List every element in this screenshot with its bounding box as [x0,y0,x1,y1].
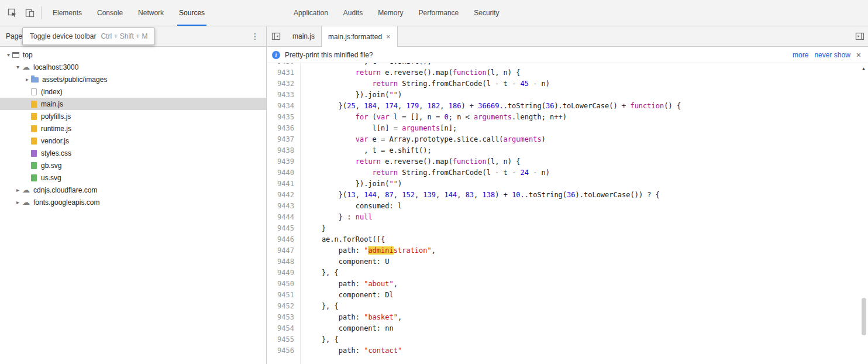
code-text: l[n] = arguments[n]; [300,123,457,134]
tree-item-runtime-js[interactable]: runtime.js [0,122,266,135]
tree-item-label: localhost:3000 [33,63,78,71]
toggle-device-toolbar-button[interactable] [22,5,37,20]
tree-item-cdnjs-cloudflare-com[interactable]: ▸☁cdnjs.cloudflare.com [0,184,266,196]
line-number[interactable]: 9441 [267,178,300,190]
cloud-icon: ☁ [22,63,30,71]
main-tab-elements[interactable]: Elements [45,0,89,26]
main-tab-application[interactable]: Application [286,0,336,26]
main-tab-console[interactable]: Console [89,0,130,26]
tree-item-fonts-googleapis-com[interactable]: ▸☁fonts.googleapis.com [0,196,266,208]
code-line: 9430 , t = e.shift(); [267,63,868,67]
line-number[interactable]: 9444 [267,212,300,223]
tree-item-label: main.js [41,100,63,108]
line-number[interactable]: 9432 [267,78,300,90]
main-tab-sources[interactable]: Sources [171,0,212,26]
editor-tab-main-js-formatted[interactable]: main.js:formatted× [321,26,398,47]
line-number[interactable]: 9430 [267,63,300,67]
editor-scrollbar[interactable]: ▲ [859,63,868,364]
expander-icon[interactable]: ▸ [14,187,22,193]
line-number[interactable]: 9446 [267,234,300,245]
code-text: consumed: l [300,201,402,212]
code-line: 9441 }).join("") [267,178,868,190]
line-number[interactable]: 9455 [267,334,300,345]
tree-item-index[interactable]: (index) [0,85,266,98]
main-tab-audits[interactable]: Audits [336,0,370,26]
tree-item-polyfills-js[interactable]: polyfills.js [0,110,266,122]
close-infobar-icon[interactable]: × [856,50,861,60]
line-number[interactable]: 9454 [267,323,300,334]
file-img-icon [31,174,37,181]
tree-item-gb-svg[interactable]: gb.svg [0,159,266,171]
code-text: } [300,223,326,234]
toolbar-icons [0,5,37,20]
expander-icon[interactable]: ▸ [23,77,31,83]
close-tab-icon[interactable]: × [386,33,391,40]
main-tab-memory[interactable]: Memory [370,0,411,26]
main-tab-network[interactable]: Network [130,0,171,26]
line-number[interactable]: 9437 [267,134,300,145]
devtools-window: ElementsConsoleNetworkSourcesApplication… [0,0,868,364]
code-text: path: "contact" [300,345,402,356]
line-number[interactable]: 9453 [267,312,300,323]
scroll-up-icon[interactable]: ▲ [859,63,868,71]
hide-navigator-icon[interactable] [267,26,285,46]
show-debugger-icon[interactable] [855,26,864,46]
never-show-link[interactable]: never show [814,51,850,59]
tree-item-vendor-js[interactable]: vendor.js [0,135,266,147]
line-number[interactable]: 9439 [267,156,300,167]
tree-item-main-js[interactable]: main.js [0,98,266,110]
line-number[interactable]: 9452 [267,301,300,312]
line-number[interactable]: 9435 [267,112,300,123]
tree-item-label: polyfills.js [41,112,71,121]
line-number[interactable]: 9433 [267,90,300,101]
line-number[interactable]: 9456 [267,345,300,356]
line-number[interactable]: 9442 [267,190,300,201]
tree-item-assets-public-images[interactable]: ▸assets/public/images [0,73,266,85]
line-number[interactable]: 9436 [267,123,300,134]
line-number[interactable]: 9448 [267,256,300,267]
line-number[interactable]: 9450 [267,279,300,290]
expander-icon[interactable]: ▸ [14,200,22,205]
code-line: 9448 component: U [267,256,868,267]
tab-page[interactable]: Page [6,32,22,40]
tree-item-localhost-3000[interactable]: ▾☁localhost:3000 [0,61,266,73]
line-number[interactable]: 9449 [267,267,300,279]
code-text: } : null [300,212,373,223]
device-toolbar-tooltip: Toggle device toolbar Ctrl + Shift + M [22,28,155,45]
editor-tabs: main.jsmain.js:formatted× [286,26,398,46]
tree-item-us-svg[interactable]: us.svg [0,171,266,184]
inspect-element-button[interactable] [5,5,20,20]
line-number[interactable]: 9438 [267,145,300,156]
navigator-pane: Page ⋮ ▾top▾☁localhost:3000▸assets/publi… [0,26,267,364]
cloud-icon: ☁ [22,198,30,206]
more-options-icon[interactable]: ⋮ [249,30,261,43]
line-number[interactable]: 9434 [267,101,300,112]
tree-item-styles-css[interactable]: styles.css [0,147,266,159]
line-number[interactable]: 9447 [267,245,300,256]
line-number[interactable]: 9431 [267,67,300,78]
code-line: 9444 } : null [267,212,868,223]
file-doc-icon [31,88,37,95]
code-text: , t = e.shift(); [300,145,432,156]
tree-item-label: top [23,51,33,59]
line-number[interactable]: 9445 [267,223,300,234]
line-number[interactable]: 9443 [267,201,300,212]
code-line: 9436 l[n] = arguments[n]; [267,123,868,134]
code-text: return String.fromCharCode(l - t - 45 - … [300,78,550,90]
more-link[interactable]: more [793,51,808,59]
expander-icon[interactable]: ▾ [5,52,12,58]
main-tab-security[interactable]: Security [466,0,507,26]
line-number[interactable]: 9440 [267,167,300,178]
code-text: return e.reverse().map(function(l, n) { [300,67,520,78]
panel-tab-bar: ElementsConsoleNetworkSourcesApplication… [0,0,868,26]
file-js-icon [31,101,37,108]
editor-tab-bar: main.jsmain.js:formatted× [267,26,868,47]
scrollbar-thumb[interactable] [862,298,866,335]
code-line: 9447 path: "administration", [267,245,868,256]
code-text: , t = e.shift(); [300,63,432,67]
expander-icon[interactable]: ▾ [14,64,22,70]
line-number[interactable]: 9451 [267,290,300,301]
editor-tab-main-js[interactable]: main.js [286,26,321,46]
main-tab-performance[interactable]: Performance [411,0,467,26]
tree-item-top[interactable]: ▾top [0,49,266,61]
